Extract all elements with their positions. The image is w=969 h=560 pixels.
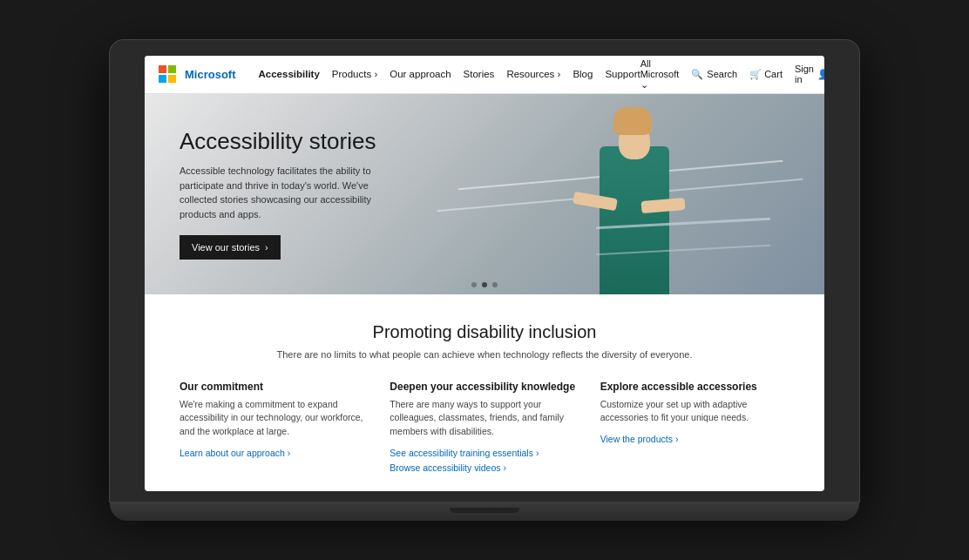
knowledge-link-2[interactable]: Browse accessibility videos ›: [390, 462, 579, 473]
hero-dot-2[interactable]: [482, 282, 487, 287]
user-icon: 👤: [817, 69, 824, 80]
cart-area[interactable]: 🛒 Cart: [749, 69, 783, 80]
hero-dot-3[interactable]: [492, 282, 498, 287]
search-icon: 🔍: [691, 69, 703, 80]
accessories-card-link[interactable]: View the products ›: [600, 434, 679, 444]
commitment-card-title: Our commitment: [180, 381, 369, 393]
promoting-cards-container: Our commitment We're making a commitment…: [159, 381, 810, 473]
navigation-bar: Microsoft Accessibility Products › Our a…: [145, 56, 824, 94]
hero-cta-arrow-icon: ›: [265, 242, 268, 253]
microsoft-logo-area[interactable]: Microsoft: [159, 65, 236, 83]
laptop-shell: Microsoft Accessibility Products › Our a…: [110, 40, 859, 521]
knowledge-link-1[interactable]: See accessibility training essentials ›: [390, 448, 539, 458]
laptop-notch: [450, 508, 519, 513]
commitment-link-arrow-icon: ›: [288, 448, 291, 458]
accessories-link-arrow-icon: ›: [675, 434, 679, 444]
knowledge-card-desc: There are many ways to support your coll…: [390, 398, 579, 439]
nav-link-our-approach[interactable]: Our approach: [390, 69, 451, 79]
sign-in-area[interactable]: Sign in 👤: [795, 64, 824, 84]
nav-link-stories[interactable]: Stories: [464, 69, 495, 79]
screen-bezel: Microsoft Accessibility Products › Our a…: [110, 40, 859, 502]
knowledge-link1-arrow-icon: ›: [536, 448, 539, 458]
logo-blue-quad: [159, 75, 166, 83]
hero-section: Accessibility stories Accessible technol…: [145, 94, 824, 294]
hero-description: Accessible technology facilitates the ab…: [180, 164, 406, 221]
search-label: Search: [707, 69, 737, 79]
microsoft-logo-icon: [159, 65, 176, 83]
nav-links-container: Products › Our approach Stories Resource…: [332, 69, 640, 79]
microsoft-brand-label: Microsoft: [185, 68, 236, 81]
knowledge-card-title: Deepen your accessibility knowledge: [390, 381, 579, 393]
hero-content: Accessibility stories Accessible technol…: [145, 128, 441, 260]
laptop-base: [110, 502, 859, 521]
browser-screen[interactable]: Microsoft Accessibility Products › Our a…: [145, 56, 824, 491]
knowledge-link1-label: See accessibility training essentials: [390, 448, 533, 458]
promoting-section: Promoting disability inclusion There are…: [145, 294, 824, 491]
commitment-card-desc: We're making a commitment to expand acce…: [180, 398, 369, 439]
hero-cta-label: View our stories: [192, 242, 260, 253]
accessories-link-label: View the products: [600, 434, 673, 444]
commitment-card-link[interactable]: Learn about our approach ›: [180, 448, 290, 458]
all-microsoft-link[interactable]: All Microsoft ⌄: [640, 58, 680, 91]
knowledge-link2-label: Browse accessibility videos: [390, 462, 500, 473]
nav-link-support[interactable]: Support: [605, 69, 640, 79]
knowledge-link2-arrow-icon: ›: [503, 462, 506, 473]
knowledge-card: Deepen your accessibility knowledge Ther…: [390, 381, 579, 473]
cart-icon: 🛒: [749, 69, 762, 80]
hero-dots-container: [471, 282, 498, 287]
commitment-link-label: Learn about our approach: [180, 448, 285, 458]
logo-red-quad: [159, 65, 166, 73]
accessories-card: Explore accessible accessories Customize…: [600, 381, 789, 473]
logo-green-quad: [168, 65, 176, 73]
nav-link-resources[interactable]: Resources ›: [506, 69, 560, 79]
hero-cta-button[interactable]: View our stories ›: [180, 235, 281, 260]
sign-in-label: Sign in: [795, 64, 814, 84]
hero-dot-1[interactable]: [471, 282, 477, 287]
nav-right-area: All Microsoft ⌄ 🔍 Search 🛒 Cart Sign in …: [640, 58, 824, 91]
accessories-card-title: Explore accessible accessories: [600, 381, 789, 393]
nav-link-products[interactable]: Products ›: [332, 69, 377, 79]
accessories-card-desc: Customize your set up with adaptive acce…: [600, 398, 789, 426]
search-area[interactable]: 🔍 Search: [691, 69, 737, 80]
commitment-card: Our commitment We're making a commitment…: [180, 381, 369, 473]
nav-section-label: Accessibility: [259, 69, 320, 79]
promoting-subtitle: There are no limits to what people can a…: [159, 349, 810, 360]
nav-link-blog[interactable]: Blog: [573, 69, 593, 79]
page-content: Microsoft Accessibility Products › Our a…: [145, 56, 824, 491]
promoting-title: Promoting disability inclusion: [159, 322, 810, 342]
logo-yellow-quad: [168, 75, 176, 83]
hero-person-image: [567, 107, 702, 294]
cart-label: Cart: [764, 69, 783, 79]
hero-title: Accessibility stories: [180, 128, 406, 155]
